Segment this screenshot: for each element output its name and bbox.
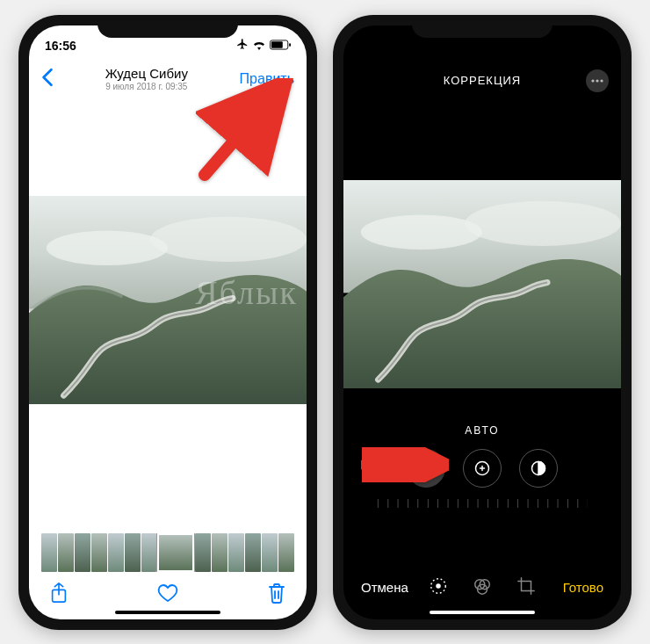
svg-point-4 [47, 230, 168, 265]
home-indicator[interactable] [430, 611, 535, 614]
status-icons [236, 38, 291, 53]
edit-header-title: КОРРЕКЦИЯ [444, 74, 521, 87]
adjust-tab[interactable] [429, 576, 448, 598]
thumbnail-strip[interactable] [41, 533, 294, 572]
home-indicator[interactable] [115, 611, 220, 614]
airplane-mode-icon [236, 38, 249, 53]
thumbnail[interactable] [125, 533, 141, 572]
edit-header: КОРРЕКЦИЯ [343, 61, 621, 101]
edit-photo-viewport[interactable] [343, 180, 621, 391]
filters-tab[interactable] [473, 576, 492, 598]
favorite-button[interactable] [157, 583, 178, 606]
thumbnail[interactable] [278, 533, 294, 572]
exposure-button[interactable] [463, 449, 502, 488]
battery-icon [270, 39, 291, 53]
thumbnail[interactable] [212, 533, 228, 572]
thumbnail[interactable] [91, 533, 107, 572]
thumbnail[interactable] [245, 533, 261, 572]
cancel-button[interactable]: Отмена [361, 580, 408, 595]
thumbnail[interactable] [157, 533, 194, 572]
svg-rect-1 [271, 41, 283, 47]
thumbnail[interactable] [75, 533, 90, 572]
thumbnail[interactable] [262, 533, 278, 572]
auto-wand-button[interactable] [407, 449, 445, 488]
svg-rect-2 [289, 43, 291, 47]
trash-button[interactable] [268, 582, 285, 607]
done-button[interactable]: Готово [563, 580, 603, 595]
thumbnail[interactable] [41, 533, 57, 572]
svg-line-8 [205, 89, 279, 175]
thumbnail[interactable] [228, 533, 244, 572]
adjustment-slider[interactable]: | | | | | | | | | | | | | | | | | | | | … [377, 498, 588, 512]
svg-point-13 [361, 214, 482, 250]
edit-mode-label: АВТО [343, 424, 621, 437]
svg-point-5 [150, 216, 307, 261]
photo-viewport[interactable]: Яблык [29, 196, 307, 407]
photo-image [29, 196, 307, 404]
edit-button[interactable]: Править [240, 71, 294, 87]
back-button[interactable] [41, 68, 54, 90]
adjustment-tool-row [343, 449, 621, 488]
photo-title: Жудец Сибиу [105, 66, 188, 82]
phone-right: КОРРЕКЦИЯ [333, 15, 632, 630]
screen-photo-detail: 16:56 Жудец Сибиу 9 июля 2018 г. 09:35 П… [29, 25, 307, 619]
notch [98, 15, 238, 38]
photo-header: Жудец Сибиу 9 июля 2018 г. 09:35 Править [29, 61, 307, 99]
svg-point-18 [436, 583, 441, 589]
svg-point-10 [596, 79, 598, 82]
thumbnail[interactable] [141, 533, 157, 572]
phone-left: 16:56 Жудец Сибиу 9 июля 2018 г. 09:35 П… [18, 15, 317, 630]
thumbnail[interactable] [108, 533, 124, 572]
svg-point-14 [465, 200, 621, 245]
svg-point-11 [600, 79, 603, 82]
status-time: 16:56 [45, 39, 76, 53]
notch [412, 15, 552, 38]
svg-point-9 [591, 79, 594, 82]
share-button[interactable] [50, 582, 68, 607]
thumbnail[interactable] [58, 533, 74, 572]
photo-subtitle: 9 июля 2018 г. 09:35 [105, 82, 188, 92]
edit-tabs [429, 576, 536, 598]
crop-tab[interactable] [516, 576, 536, 598]
edit-photo-image [343, 180, 621, 388]
photo-header-center: Жудец Сибиу 9 июля 2018 г. 09:35 [105, 66, 188, 92]
contrast-button[interactable] [519, 449, 558, 488]
screen-photo-edit: КОРРЕКЦИЯ [343, 25, 621, 619]
more-button[interactable] [586, 69, 609, 92]
thumbnail[interactable] [195, 533, 211, 572]
wifi-icon [252, 39, 266, 53]
